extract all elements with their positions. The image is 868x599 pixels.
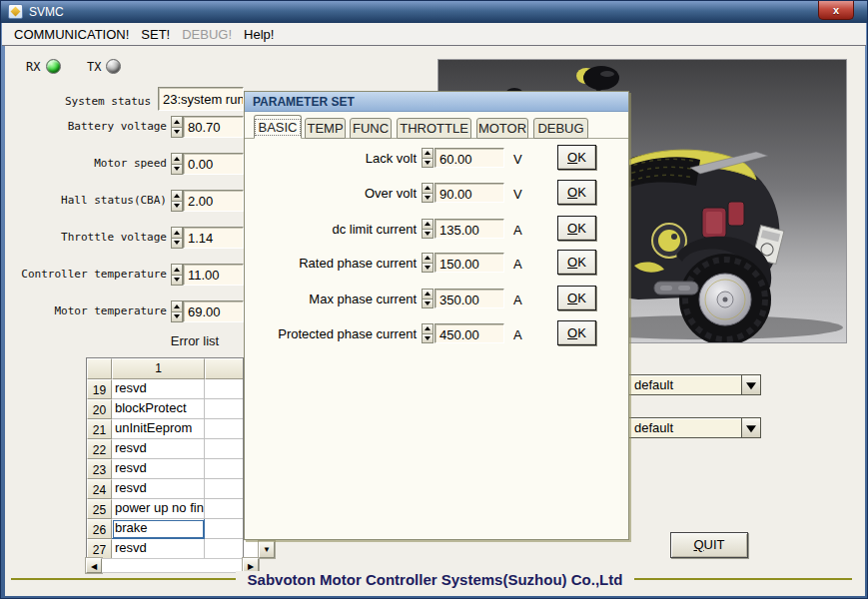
empty-cell[interactable] — [205, 499, 243, 519]
motor-temperature-field[interactable]: 69.00 — [183, 300, 244, 322]
ok-button[interactable]: OK — [557, 250, 596, 275]
spin-up-button[interactable] — [422, 148, 434, 159]
param-value-field[interactable]: 90.00 — [434, 183, 504, 203]
menu-communication[interactable]: COMMUNICATION! — [8, 25, 135, 44]
spin-down-button[interactable] — [171, 202, 183, 213]
close-button[interactable]: x — [818, 1, 854, 20]
row-number-cell[interactable]: 24 — [87, 479, 112, 499]
error-cell[interactable]: resvd — [112, 379, 205, 399]
spin-down-button[interactable] — [422, 264, 434, 274]
row-number-cell[interactable]: 22 — [87, 439, 112, 459]
column-header-cell[interactable]: 1 — [112, 358, 205, 379]
dialog-title-bar[interactable]: PARAMETER SET — [245, 92, 628, 112]
spin-up-button[interactable] — [171, 227, 183, 239]
vscroll-down-arrow-icon[interactable]: ▼ — [259, 541, 275, 558]
spin-down-button[interactable] — [422, 159, 434, 169]
title-bar[interactable]: SVMC x — [1, 1, 867, 23]
error-list-table: 1 19resvd 20blockProtect 21unInitEeprom … — [86, 357, 244, 560]
param-value-field[interactable]: 450.00 — [434, 323, 504, 343]
tab-throttle[interactable]: THROTTLE — [397, 118, 471, 139]
system-status-field[interactable]: 23:system run — [158, 87, 244, 111]
row-number-cell[interactable]: 26 — [87, 519, 112, 539]
spin-down-button[interactable] — [171, 312, 183, 323]
param-unit: A — [513, 257, 522, 272]
spin-down-button[interactable] — [422, 334, 434, 344]
ok-button[interactable]: OK — [557, 180, 596, 205]
spin-up-button[interactable] — [171, 153, 183, 165]
motor-speed-field[interactable]: 0.00 — [183, 153, 244, 175]
empty-cell[interactable] — [205, 479, 243, 499]
chevron-down-icon[interactable] — [741, 375, 760, 394]
preset-dropdown-2[interactable]: default — [628, 417, 761, 438]
spin-up-button[interactable] — [422, 253, 434, 264]
spin-up-button[interactable] — [422, 183, 434, 194]
error-cell[interactable]: power up no fini — [112, 499, 205, 519]
controller-temperature-field[interactable]: 11.00 — [183, 264, 244, 286]
selected-error-cell[interactable]: brake — [112, 519, 205, 539]
app-window: SVMC x COMMUNICATION! SET! DEBUG! Help! … — [0, 0, 868, 599]
empty-cell[interactable] — [205, 419, 243, 439]
spin-up-button[interactable] — [171, 264, 183, 276]
empty-cell[interactable] — [205, 519, 243, 539]
spin-down-button[interactable] — [171, 128, 183, 139]
spin-up-button[interactable] — [171, 300, 183, 312]
column-header-cell — [205, 358, 243, 379]
param-value-field[interactable]: 150.00 — [434, 253, 504, 273]
error-cell[interactable]: unInitEeprom — [112, 419, 205, 439]
battery-voltage-field[interactable]: 80.70 — [183, 116, 244, 138]
window-title: SVMC — [29, 5, 64, 19]
tab-func[interactable]: FUNC — [350, 118, 392, 139]
spin-down-button[interactable] — [171, 239, 183, 250]
preset-dropdown-1[interactable]: default — [628, 374, 761, 395]
menu-help[interactable]: Help! — [238, 25, 280, 44]
error-cell[interactable]: resvd — [112, 539, 205, 559]
tab-motor[interactable]: MOTOR — [476, 118, 528, 139]
spin-down-button[interactable] — [422, 300, 434, 309]
param-value-field[interactable]: 135.00 — [434, 219, 504, 239]
ok-button[interactable]: OK — [557, 216, 596, 241]
tx-label: TX — [87, 60, 101, 74]
empty-cell[interactable] — [205, 399, 243, 419]
quit-button[interactable]: QUIT — [670, 532, 748, 558]
param-value-field[interactable]: 60.00 — [434, 148, 504, 168]
ok-button[interactable]: OK — [557, 320, 596, 345]
error-cell[interactable]: resvd — [112, 439, 205, 459]
ok-button[interactable]: OK — [557, 286, 596, 310]
row-number-cell[interactable]: 19 — [87, 379, 112, 399]
throttle-voltage-field[interactable]: 1.14 — [183, 227, 244, 249]
ok-button[interactable]: OK — [557, 145, 596, 170]
spin-up-button[interactable] — [422, 289, 434, 300]
menu-set[interactable]: SET! — [135, 25, 176, 44]
empty-cell[interactable] — [205, 379, 243, 399]
empty-cell[interactable] — [205, 439, 243, 459]
error-cell[interactable]: blockProtect — [112, 399, 205, 419]
spin-up-button[interactable] — [171, 116, 183, 128]
param-value-field[interactable]: 350.00 — [434, 289, 504, 308]
table-row: 20blockProtect — [87, 399, 243, 419]
table-header-row: 1 — [87, 358, 243, 379]
error-cell[interactable]: resvd — [112, 479, 205, 499]
menu-debug: DEBUG! — [176, 25, 238, 44]
spin-up-button[interactable] — [422, 323, 434, 334]
hall-status-field[interactable]: 2.00 — [183, 190, 244, 212]
dialog-title: PARAMETER SET — [245, 92, 628, 109]
empty-cell[interactable] — [205, 539, 243, 559]
row-number-cell[interactable]: 20 — [87, 399, 112, 419]
spin-up-button[interactable] — [422, 219, 434, 230]
tab-temp[interactable]: TEMP — [305, 118, 346, 139]
row-number-cell[interactable]: 23 — [87, 459, 112, 479]
spin-down-button[interactable] — [422, 194, 434, 204]
spin-down-button[interactable] — [422, 230, 434, 240]
chevron-down-icon[interactable] — [741, 418, 760, 437]
error-cell[interactable]: resvd — [112, 459, 205, 479]
tab-debug[interactable]: DEBUG — [533, 118, 588, 139]
row-number-cell[interactable]: 21 — [87, 419, 112, 439]
row-number-cell[interactable]: 25 — [87, 499, 112, 519]
tab-basic[interactable]: BASIC — [254, 115, 302, 139]
spin-down-button[interactable] — [171, 276, 183, 287]
spin-up-button[interactable] — [171, 190, 183, 202]
row-number-cell[interactable]: 27 — [87, 539, 112, 559]
tx-led-indicator — [106, 59, 121, 74]
empty-cell[interactable] — [205, 459, 243, 479]
spin-down-button[interactable] — [171, 165, 183, 176]
